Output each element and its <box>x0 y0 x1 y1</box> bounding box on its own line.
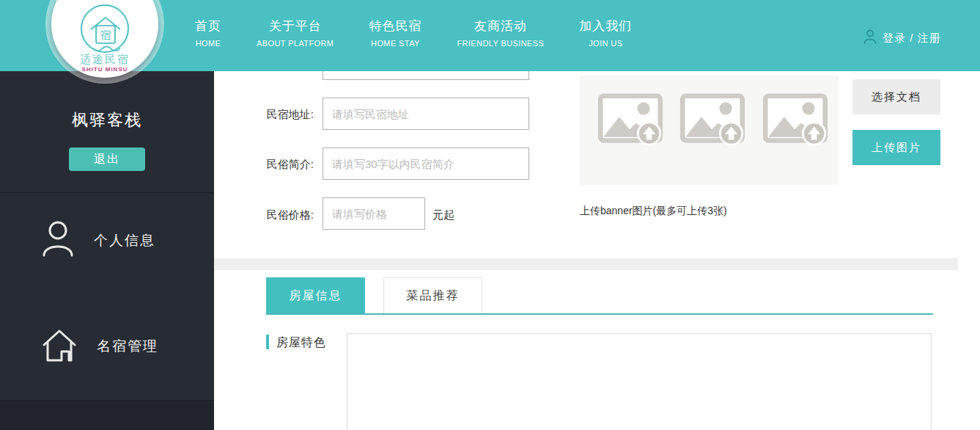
nav-label-zh: 关于平台 <box>269 18 322 35</box>
banner-upload-panel <box>580 76 839 185</box>
section-divider <box>214 258 958 270</box>
house-logo-icon: 宿 <box>88 15 123 56</box>
logo-name-zh: 适途民宿 <box>51 53 158 67</box>
hotel-name: 枫驿客栈 <box>0 109 214 131</box>
nav-item-about-platform[interactable]: 关于平台 ABOUT PLATFORM <box>251 18 339 48</box>
sidebar-item-label: 名宿管理 <box>97 337 158 356</box>
house-feature-textarea[interactable] <box>347 333 932 430</box>
nav-label-en: HOME <box>196 39 221 48</box>
price-label: 民俗价格: <box>243 208 314 222</box>
main-nav: 首页 HOME 关于平台 ABOUT PLATFORM 特色民宿 HOME ST… <box>189 18 638 48</box>
image-upload-placeholder[interactable] <box>597 93 663 147</box>
address-input[interactable] <box>323 98 529 130</box>
login-register-link[interactable]: 登录 / 注册 <box>863 29 941 47</box>
image-upload-placeholder[interactable] <box>762 93 828 147</box>
nav-label-zh: 首页 <box>195 18 221 35</box>
logout-button[interactable]: 退出 <box>69 147 145 171</box>
login-register-label: 登录 / 注册 <box>883 32 941 45</box>
image-upload-icon <box>597 137 663 150</box>
sidebar-item-homestay-management[interactable]: 名宿管理 <box>0 321 214 372</box>
home-icon <box>41 327 78 365</box>
nav-label-en: JOIN US <box>589 39 622 48</box>
upload-images-button[interactable]: 上传图片 <box>852 130 940 165</box>
feature-accent-bar <box>266 335 269 349</box>
nav-item-friendly-business[interactable]: 友商活动 FRIENDLY BUSINESS <box>451 18 550 48</box>
price-input[interactable] <box>323 197 425 230</box>
sidebar-item-label: 个人信息 <box>94 231 155 250</box>
banner-upload-caption: 上传banner图片(最多可上传3张) <box>580 205 727 218</box>
nav-item-home[interactable]: 首页 HOME <box>189 18 227 48</box>
nav-item-home-stay[interactable]: 特色民宿 HOME STAY <box>363 18 427 48</box>
nav-label-en: HOME STAY <box>371 39 420 48</box>
logo-name-pinyin: SHITU MINSU <box>51 66 158 73</box>
nav-label-zh: 加入我们 <box>579 18 632 35</box>
nav-label-en: FRIENDLY BUSINESS <box>457 39 544 48</box>
page: 首页 HOME 关于平台 ABOUT PLATFORM 特色民宿 HOME ST… <box>0 0 980 430</box>
svg-text:宿: 宿 <box>100 29 111 41</box>
image-upload-icon <box>679 137 745 150</box>
house-feature-label: 房屋特色 <box>276 335 326 351</box>
sidebar-divider <box>0 192 214 193</box>
user-icon <box>41 220 75 261</box>
main-content: 民宿地址: 民俗简介: 民俗价格: 元起 <box>214 71 980 430</box>
image-upload-icon <box>762 137 828 150</box>
site-logo[interactable]: 宿 适途民宿 SHITU MINSU <box>45 0 164 87</box>
sidebar: 枫驿客栈 退出 个人信息 名宿管理 <box>0 71 214 430</box>
tabs-underline <box>266 313 933 315</box>
intro-label: 民俗简介: <box>243 158 314 172</box>
price-unit-suffix: 元起 <box>432 208 454 222</box>
nav-item-join-us[interactable]: 加入我们 JOIN US <box>573 18 638 48</box>
intro-input[interactable] <box>323 147 529 180</box>
address-label: 民宿地址: <box>243 108 314 122</box>
logo-circle: 宿 适途民宿 SHITU MINSU <box>51 0 158 78</box>
choose-file-button[interactable]: 选择文档 <box>852 79 940 114</box>
nav-label-zh: 友商活动 <box>474 18 527 35</box>
tab-dish-recommendation[interactable]: 菜品推荐 <box>383 277 482 314</box>
nav-label-en: ABOUT PLATFORM <box>257 39 334 48</box>
sidebar-footer <box>0 400 214 430</box>
nav-label-zh: 特色民宿 <box>369 18 421 35</box>
user-icon <box>863 29 877 47</box>
image-upload-placeholder[interactable] <box>679 93 745 147</box>
tab-house-info[interactable]: 房屋信息 <box>266 277 365 314</box>
sidebar-item-personal-info[interactable]: 个人信息 <box>0 215 214 266</box>
